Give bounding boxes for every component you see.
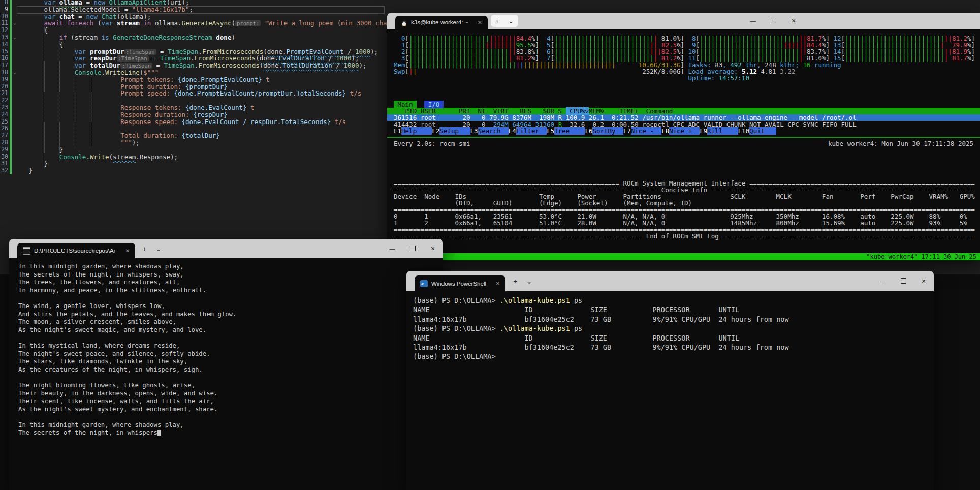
line-number[interactable]: 16 (0, 55, 8, 62)
line-number[interactable]: 27 (0, 132, 8, 139)
new-tab-button[interactable]: + (509, 278, 522, 285)
line-number[interactable]: 20 (0, 83, 8, 90)
line-number[interactable]: 21 (0, 90, 8, 97)
tmux-host-clock: "kube-worker4" 17:11 30-Jun-25 (866, 253, 976, 260)
line-number[interactable]: 15 (0, 48, 8, 55)
minimize-button[interactable]: — (873, 278, 893, 284)
poem-terminal-content[interactable]: In this midnight garden, where shadows p… (9, 258, 443, 490)
code-token: WriteLine (105, 69, 140, 76)
text-segment: ps (570, 324, 582, 332)
tab-k3s-kube-worker4[interactable]: k3s@kube-worker4: ~ ✕ (395, 16, 488, 29)
htop-terminal-content[interactable]: 0[||||||||||||||||||||||||||||84.4%] 4[|… (387, 29, 980, 260)
tab-dropdown-button[interactable]: ⌄ (503, 17, 518, 25)
line-number[interactable]: 12 (0, 27, 8, 34)
tab-dropdown-button[interactable]: ⌄ (522, 278, 536, 285)
line-number[interactable]: 9 (0, 6, 8, 13)
line-number[interactable]: 10 (0, 13, 8, 20)
tab-close-icon[interactable]: ✕ (478, 20, 482, 25)
powershell-content[interactable]: (base) PS D:\OLLAMA> .\ollama-kube.ps1 p… (406, 291, 934, 490)
line-number[interactable]: 13 (0, 34, 8, 41)
code-token: (stream (67, 34, 102, 41)
code-token: var (44, 13, 56, 20)
code-token: GenerateDoneResponseStream (113, 34, 212, 41)
code-token (86, 54, 90, 62)
line-number[interactable]: 25 (0, 118, 8, 126)
close-button[interactable]: ✕ (913, 278, 934, 285)
code-text: Prompt speed: {done.PromptEvalCount/prom… (29, 90, 362, 97)
line-number[interactable]: 22 (0, 97, 8, 104)
line-number[interactable]: 24 (0, 111, 8, 118)
code-token: Prompt speed: (120, 89, 174, 97)
fold-gutter (12, 27, 18, 34)
new-tab-button[interactable]: + (138, 245, 151, 253)
new-tab-group: + ⌄ (509, 275, 536, 287)
code-text: Prompt duration: {promptDur} (29, 83, 228, 90)
line-number[interactable]: 30 (0, 154, 8, 161)
tab-title: Windows PowerShell (431, 281, 486, 287)
text-segment: running (810, 61, 841, 69)
blank (394, 154, 980, 160)
console-window-icon (23, 247, 30, 255)
blank (394, 167, 980, 173)
text-segment: Uptime: (688, 74, 718, 82)
desktop: 8 var ollama = new OllamaApiClient(uri);… (0, 0, 980, 490)
code-token: { (29, 26, 48, 34)
minimize-button[interactable]: — (382, 246, 402, 252)
maximize-button[interactable] (893, 278, 913, 285)
code-token: FromMicroseconds (202, 48, 263, 55)
code-token: ( (231, 19, 235, 27)
terminal-line: As the night's sweet magic, and mystery,… (18, 326, 443, 334)
code-token (63, 19, 67, 27)
code-token: ( (256, 54, 260, 62)
minimize-button[interactable]: — (743, 18, 763, 24)
fold-chevron-icon[interactable]: ⌄ (12, 34, 18, 41)
code-text: Prompt tokens: {done.PromptEvalCount} t (29, 76, 270, 83)
fold-chevron-icon[interactable]: ⌄ (12, 20, 18, 27)
line-number[interactable]: 17 (0, 62, 8, 69)
line-number[interactable]: 29 (0, 146, 8, 154)
code-token: = (149, 54, 161, 62)
line-number[interactable]: 28 (0, 139, 8, 146)
code-token: Console (75, 69, 102, 76)
fold-gutter (12, 55, 18, 62)
code-token: stream (117, 19, 140, 27)
code-token: var (102, 19, 113, 27)
window-controls: — ✕ (873, 271, 934, 291)
text-segment: Search (478, 127, 509, 135)
text-segment: |||||||||||||||||||||||||| (845, 54, 944, 62)
text-segment: The moon, a silver crescent, smiles abov… (18, 318, 176, 325)
line-number[interactable]: 14 (0, 41, 8, 48)
text-segment: Nice - (631, 127, 661, 135)
tab-windows-powershell[interactable]: >_ Windows PowerShell ✕ (415, 275, 505, 291)
code-token: Prompt tokens: (120, 76, 178, 83)
line-number[interactable]: 26 (0, 125, 8, 132)
code-line: 9 ollama.SelectedModel = "llama4:16x17b"… (0, 6, 980, 13)
fold-chevron-icon[interactable]: ⌄ (12, 69, 18, 76)
fold-gutter (12, 139, 18, 146)
line-number[interactable]: 19 (0, 76, 8, 83)
tab-projects-repo[interactable]: D:\PROJECTS\source\repos\Ar ✕ (17, 243, 135, 258)
maximize-button[interactable] (402, 246, 423, 252)
line-number[interactable]: 31 (0, 160, 8, 167)
text-segment: F5 (547, 127, 554, 135)
line-number[interactable]: 32 (0, 167, 8, 174)
code-token: .TotalDuration (278, 62, 332, 69)
text-segment: The night's sweet peace, and silence, so… (18, 350, 210, 357)
code-token: 1000 (336, 54, 351, 62)
fold-gutter (12, 76, 18, 83)
tab-close-icon[interactable]: ✕ (496, 281, 500, 286)
line-number[interactable]: 23 (0, 104, 8, 111)
maximize-icon (771, 18, 776, 23)
text-segment (394, 74, 688, 82)
tab-close-icon[interactable]: ✕ (125, 248, 129, 254)
maximize-button[interactable] (763, 18, 783, 24)
tab-dropdown-button[interactable]: ⌄ (151, 245, 166, 253)
line-number[interactable]: 18 (0, 69, 8, 76)
powershell-window: >_ Windows PowerShell ✕ + ⌄ — ✕ (base) P… (406, 271, 934, 490)
close-button[interactable]: ✕ (783, 18, 804, 24)
new-tab-button[interactable]: + (491, 17, 504, 25)
rocm-separator: ========================================… (394, 233, 980, 239)
line-number[interactable]: 11 (0, 20, 8, 27)
text-segment: F4 (509, 127, 516, 135)
close-button[interactable]: ✕ (423, 246, 443, 252)
